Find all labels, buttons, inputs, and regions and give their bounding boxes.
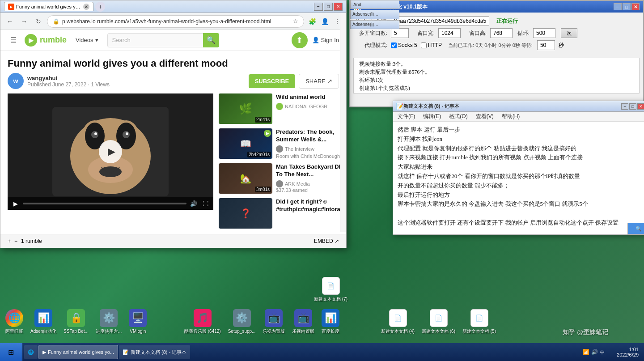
desktop-app-leshi1[interactable]: 📺 乐视内置版 — [261, 307, 287, 336]
rumble-logo[interactable]: ▶ rumble — [25, 34, 67, 47]
tab-title: Funny animal world gives yo _ — [16, 4, 81, 9]
notepad-line-8: 脚本卡密搞大家的是永久的 今盘输入进去 我这个买的是5个窗口 就演示5个 — [398, 200, 643, 209]
browser-tab-active[interactable]: ▶ Funny animal world gives yo _ ✕ — [4, 2, 93, 11]
channel-name[interactable]: wangyahui — [27, 75, 110, 81]
volume-ctrl[interactable]: 🔊 — [189, 199, 198, 208]
minimize-button[interactable]: − — [314, 3, 323, 11]
back-button[interactable]: ← — [4, 16, 16, 27]
desktop-app-process[interactable]: ⚙️ 进度使用方... — [94, 307, 123, 336]
menu-file[interactable]: 文件(F) — [396, 112, 417, 121]
desktop-app-adsense[interactable]: 📊 Adsen自动化 — [29, 307, 58, 336]
adsense-close-btn[interactable]: ✕ — [631, 3, 640, 10]
http-checkbox[interactable] — [421, 42, 427, 48]
notepad-content[interactable]: 然后 脚本 运行 最后一步 打开脚本 找到con 代理配置 就是你复制的很多行的… — [393, 122, 644, 234]
sidebar-video-item-2[interactable]: 🏡 3m01s Man Takes Backyard DIY To The Ne… — [219, 163, 345, 194]
search-bar[interactable]: Search — [107, 33, 203, 47]
tab-close-btn[interactable]: ✕ — [83, 4, 89, 10]
start-button[interactable]: ⊞ — [0, 343, 22, 361]
embed-button[interactable]: EMBED ↗ — [314, 238, 339, 244]
videos-dropdown-button[interactable]: Videos ▾ — [72, 35, 102, 45]
volume-icon[interactable]: 🔊 — [591, 349, 598, 355]
desktop-app-music[interactable]: 🎵 酷我音乐版 (6412) — [182, 307, 223, 336]
notepad-maximize-btn[interactable]: □ — [629, 103, 636, 110]
sidebar-channel-icon-0 — [276, 103, 283, 110]
action-btn-1[interactable]: 🔍 — [627, 223, 644, 234]
desktop-apps-bottom2: 🎵 酷我音乐版 (6412) ⚙️ Setup_supp... 📺 乐视内置版 … — [179, 304, 345, 340]
sidebar-channel-icon-1 — [276, 145, 283, 153]
desktop-file-6[interactable]: 📄 新建文本文档 (6) — [420, 307, 457, 336]
desktop-app-setup[interactable]: ⚙️ Setup_supp... — [226, 307, 258, 336]
taskbar-item-ie[interactable]: 🌐 — [24, 345, 38, 359]
adsense-window-controls: − □ ✕ — [614, 3, 640, 10]
adsense-minimize-btn[interactable]: − — [614, 3, 622, 10]
desktop-app-chrome[interactable]: 🌐 阿里旺旺 — [4, 307, 25, 336]
minus-icon[interactable]: − — [14, 238, 17, 244]
desktop-file-5[interactable]: 📄 新建文本文档 (5) — [461, 307, 498, 336]
http-option[interactable]: HTTP — [421, 42, 442, 48]
taskbar-clock: 1:01 2022/6/29 — [608, 347, 644, 357]
input-method-icon[interactable]: 中 — [600, 349, 605, 356]
play-button[interactable]: ▶ — [99, 140, 122, 163]
wait-input[interactable] — [537, 40, 555, 50]
vmlogin-input[interactable] — [391, 16, 489, 26]
loop-input[interactable] — [533, 28, 555, 38]
desktop: ▶ Funny animal world gives yo _ ✕ + − □ … — [0, 0, 644, 361]
menu-edit[interactable]: 编辑(E) — [421, 112, 443, 121]
taskbar-item-notepad[interactable]: 📝 新建文本文档 (8) - 记事本 — [119, 345, 190, 359]
desktop-file-4[interactable]: 📄 新建文本文档 (4) — [379, 307, 416, 336]
taskbar-item-browser[interactable]: ▶ Funny animal world gives yo... — [38, 345, 118, 359]
desktop-file-7[interactable]: 📄 新建文本文档 (7) — [312, 275, 349, 304]
sign-in-button[interactable]: 👤 Sign In — [312, 37, 339, 43]
subscribe-button[interactable]: SUBSCRIBE — [249, 74, 296, 88]
search-button[interactable]: 🔍 — [203, 33, 219, 47]
socks5-checkbox[interactable] — [391, 42, 397, 48]
multi-open-row: 多开窗口数: 窗口宽: 窗口高: 循环: 次 — [355, 28, 638, 38]
multi-open-input[interactable] — [391, 28, 409, 38]
sidebar-video-title-0: Wild animal world — [276, 93, 345, 101]
new-tab-button[interactable]: + — [95, 2, 105, 12]
sidebar-video-item-3[interactable]: ❓ Did I get it right?☺ #truthpic#magic#i… — [219, 198, 345, 229]
bookmark-icon[interactable]: ☆ — [293, 18, 298, 25]
notepad-line-4: 大家粘贴进来 — [398, 162, 643, 172]
maximize-button[interactable]: □ — [324, 3, 333, 11]
upload-button[interactable]: ⬆ — [292, 32, 308, 48]
menu-view[interactable]: 查看(V) — [474, 112, 496, 121]
notepad-close-btn[interactable]: ✕ — [637, 103, 644, 110]
desktop-app-vmlogin[interactable]: 🖥️ VMlogin — [127, 307, 148, 336]
desktop-app-leshi2[interactable]: 📺 乐视内置版 — [290, 307, 316, 336]
notepad-minimize-btn[interactable]: − — [621, 103, 628, 110]
progress-bar-container[interactable] — [23, 203, 186, 204]
extension-icon[interactable]: 🧩 — [307, 16, 318, 27]
plus-icon[interactable]: + — [8, 238, 11, 244]
menu-format[interactable]: 格式(O) — [447, 112, 469, 121]
socks5-option[interactable]: Socks 5 — [391, 42, 417, 48]
share-button[interactable]: SHARE ↗ — [299, 74, 339, 89]
address-bar[interactable]: 🔒 p.webshare.io rumble.com/v1a5vvh-funny… — [47, 15, 304, 28]
profile-icon[interactable]: 👤 — [319, 16, 330, 27]
sidebar-video-item-1[interactable]: 📖 ▶ 2h42m01s Predators: The book, Summer… — [219, 128, 345, 159]
window-height-input[interactable] — [490, 28, 513, 38]
hamburger-menu-button[interactable]: ☰ — [8, 34, 19, 46]
desktop-app-baidu[interactable]: 📊 百度长度 — [320, 307, 341, 336]
video-play-ctrl[interactable]: ▶ — [11, 199, 20, 208]
forward-button[interactable]: → — [18, 16, 30, 27]
video-player[interactable]: ▶ ▶ 🔊 ⛶ — [8, 93, 213, 210]
sidebar-video-item-0[interactable]: 🌿 2m41s Wild animal world NATIONALGEOGR — [219, 93, 345, 124]
log-line-4: 创建第2个浏览器成功 — [359, 92, 634, 93]
browser-scrollbar[interactable] — [340, 13, 346, 232]
adsense-maximize-btn[interactable]: □ — [623, 3, 631, 10]
sidebar-earnings-2: $37.03 earned — [276, 187, 345, 193]
menu-help[interactable]: 帮助(H) — [500, 112, 522, 121]
run-button[interactable]: 次 — [561, 28, 577, 38]
desktop-app-sstap2[interactable]: 🔒 SSTap Bet... — [62, 307, 90, 336]
window-width-input[interactable] — [438, 28, 461, 38]
network-icon[interactable]: 📶 — [583, 349, 589, 355]
lock-icon: 🔒 — [53, 18, 59, 25]
search-placeholder: Search — [112, 37, 131, 43]
fullscreen-ctrl[interactable]: ⛶ — [201, 199, 210, 208]
close-button[interactable]: ✕ — [334, 3, 343, 11]
notepad-window: 📝 新建文本文档 (8) - 记事本 − □ ✕ 文件(F) 编辑(E) 格式(… — [393, 101, 644, 235]
notepad-line-9 — [398, 209, 643, 218]
log-line-3: 创建第1个浏览器成功 — [359, 84, 634, 92]
refresh-button[interactable]: ↻ — [33, 16, 44, 27]
